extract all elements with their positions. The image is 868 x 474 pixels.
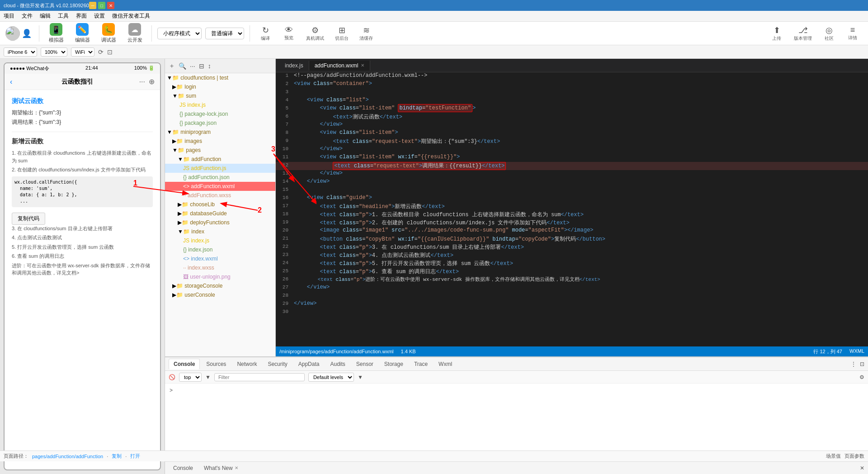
tree-item-userunlogin[interactable]: 🖼 user-unlogin.png <box>165 272 275 281</box>
tree-item-addfunction-json[interactable]: {} addFunction.json <box>165 173 275 182</box>
menu-interface[interactable]: 界面 <box>76 12 87 20</box>
devtool-tab-sources[interactable]: Sources <box>202 359 231 369</box>
devtool-tab-security[interactable]: Security <box>263 359 292 369</box>
detail-button[interactable]: ≡ 详情 <box>843 24 863 43</box>
cloud-button[interactable]: ☁ 云开发 <box>123 21 146 45</box>
minimize-button[interactable]: ─ <box>89 2 96 9</box>
devtool-tab-network[interactable]: Network <box>232 359 261 369</box>
devtools-expand-icon[interactable]: ⊡ <box>860 361 864 367</box>
devtool-tab-console[interactable]: Console <box>169 359 200 370</box>
tree-item-databaseguide[interactable]: ▶ 📁 databaseGuide <box>165 209 275 218</box>
collapse-icon[interactable]: ↕ <box>208 62 211 70</box>
devtools-close-panel-icon[interactable]: ✕ <box>860 465 864 471</box>
add-file-icon[interactable]: ＋ <box>169 62 175 70</box>
clear-console-icon[interactable]: 🚫 <box>169 374 175 380</box>
tree-item-index-wxss[interactable]: ·· index.wxss <box>165 263 275 272</box>
tree-item-pages[interactable]: ▼ 📁 pages <box>165 146 275 155</box>
log-level-selector[interactable]: Default levels <box>308 373 354 382</box>
tree-item-images[interactable]: ▶ 📁 images <box>165 137 275 146</box>
tree-item-sum-pkglock[interactable]: {} package-lock.json <box>165 109 275 118</box>
breadcrumb-copy-action[interactable]: 复制 <box>112 453 122 460</box>
editor-button[interactable]: ✏️ 编辑器 <box>71 21 94 45</box>
rotate-icon[interactable]: ⟳ <box>98 48 104 56</box>
devtool-tab-wxml[interactable]: Wxml <box>434 359 457 369</box>
network-selector[interactable]: WiFi <box>71 47 94 57</box>
tree-item-index-dir[interactable]: ▼ 📁 index <box>165 227 275 236</box>
devtool-tab-storage[interactable]: Storage <box>380 359 408 369</box>
phone-frame: ●●●●● WeChat令 21:44 100% 🔋 ‹ 云函数指引 ··· ⊕… <box>4 62 161 470</box>
tree-item-userconsole[interactable]: ▶ 📁 userConsole <box>165 290 275 299</box>
phone-settings-button[interactable]: ⊕ <box>149 77 155 86</box>
version-button[interactable]: ⎇ 版本管理 <box>790 24 816 43</box>
fullscreen-icon[interactable]: ⊡ <box>107 48 113 56</box>
tree-item-index-json[interactable]: {} index.json <box>165 245 275 254</box>
menu-tools[interactable]: 工具 <box>58 12 69 20</box>
zoom-selector[interactable]: 100% <box>41 47 67 57</box>
devtools-more-icon[interactable]: ⋮ <box>851 361 856 367</box>
editor-tab-indexjs[interactable]: index.js <box>279 61 309 71</box>
devtool-tab-sensor[interactable]: Sensor <box>352 359 378 369</box>
copy-code-button[interactable]: 复制代码 <box>12 213 45 225</box>
tree-item-storageconsole[interactable]: ▶ 📁 storageConsole <box>165 281 275 290</box>
tree-item-login[interactable]: ▶ 📁 login <box>165 82 275 91</box>
tree-item-index-js[interactable]: JS index.js <box>165 236 275 245</box>
community-button[interactable]: ◎ 社区 <box>819 24 839 43</box>
close-button[interactable]: ✕ <box>107 2 114 9</box>
editor-tab-wxml[interactable]: addFunction.wxml ✕ <box>309 61 371 71</box>
clear-button[interactable]: ≋ 清缓存 <box>356 24 377 43</box>
console-filter-input[interactable] <box>214 373 305 381</box>
search-icon[interactable]: 🔍 <box>179 62 186 70</box>
tree-item-addfunction-dir[interactable]: ▼ 📁 addFunction <box>165 155 275 164</box>
bottom-tab-whatsnew[interactable]: What's New ✕ <box>199 463 243 473</box>
tree-item-miniprogram[interactable]: ▼ 📁 miniprogram <box>165 128 275 137</box>
editor-label: 编辑器 <box>75 37 90 43</box>
code-line-11: 11 <view class="list-item" wx:if="{{resu… <box>276 154 868 162</box>
device-selector[interactable]: iPhone 6 <box>4 47 37 57</box>
filetree-header: ＋ 🔍 ··· ⊟ ↕ <box>165 59 275 73</box>
menu-project[interactable]: 项目 <box>4 12 14 20</box>
tree-item-sum-pkg[interactable]: {} package.json <box>165 118 275 128</box>
tree-item-sum[interactable]: ▼ 📁 sum <box>165 91 275 100</box>
devtools-settings-icon[interactable]: ⚙ <box>859 374 864 380</box>
phone-more-button[interactable]: ··· <box>139 78 145 86</box>
menu-settings[interactable]: 设置 <box>94 12 105 20</box>
more-icon[interactable]: ··· <box>190 62 195 70</box>
realtest-button[interactable]: ⚙ 真机调试 <box>302 24 328 43</box>
tree-item-addfunction-wxml[interactable]: <> addFunction.wxml <box>165 182 275 191</box>
cut-label: 切后台 <box>335 35 349 42</box>
whatsnew-close-icon[interactable]: ✕ <box>235 465 238 470</box>
compiler-selector[interactable]: 普通编译 <box>205 28 244 39</box>
devtool-tab-trace[interactable]: Trace <box>410 359 432 369</box>
tree-item-cloudfunctions[interactable]: ▼ 📁 cloudfunctions | test <box>165 73 275 82</box>
tree-item-chooselib[interactable]: ▶ 📁 chooseLib <box>165 200 275 209</box>
devtool-tab-audits[interactable]: Audits <box>326 359 349 369</box>
menu-edit[interactable]: 编辑 <box>40 12 51 20</box>
tree-item-addfunction-js[interactable]: JS addFunction.js <box>165 164 275 173</box>
tree-item-addfunction-wxss[interactable]: ·· addFunction.wxss <box>165 191 275 200</box>
simulator-button[interactable]: 📱 模拟器 <box>45 21 67 45</box>
code-line-26: 26 <text class="p">进阶：可在云函数中使用 wx-server… <box>276 276 868 284</box>
breadcrumb-path[interactable]: pages/addFunction/addFunction <box>32 454 103 459</box>
bottom-tab-console[interactable]: Console <box>169 463 198 473</box>
menu-wechat[interactable]: 微信开发者工具 <box>112 12 150 20</box>
phone-back-button[interactable]: ‹ <box>10 78 12 86</box>
devtool-tab-appdata[interactable]: AppData <box>294 359 324 369</box>
mode-selector[interactable]: 小程序模式 <box>157 28 202 39</box>
tree-item-deployfunctions[interactable]: ▶ 📁 deployFunctions <box>165 218 275 227</box>
code-line-29: 29 </view> <box>276 300 868 308</box>
tree-item-sum-indexjs[interactable]: JS index.js <box>165 100 275 109</box>
breadcrumb-open-action[interactable]: 打开 <box>130 453 140 460</box>
maximize-button[interactable]: □ <box>98 2 105 9</box>
close-tab-icon[interactable]: ✕ <box>361 63 364 68</box>
tree-item-index-wxml[interactable]: <> index.wxml <box>165 254 275 263</box>
phone-navbar: ‹ 云函数指引 ··· ⊕ <box>5 74 160 90</box>
compile-button[interactable]: ↻ 编译 <box>255 24 275 43</box>
context-selector[interactable]: top <box>179 373 202 382</box>
preview-button[interactable]: 👁 预览 <box>279 24 299 43</box>
debug-button[interactable]: 🐛 调试器 <box>97 21 120 45</box>
filter-icon[interactable]: ⊟ <box>199 62 204 70</box>
clear-label: 清缓存 <box>359 35 373 42</box>
upload-button[interactable]: ⬆ 上传 <box>767 24 787 43</box>
cut-button[interactable]: ⊞ 切后台 <box>331 24 352 43</box>
menu-file[interactable]: 文件 <box>22 12 33 20</box>
